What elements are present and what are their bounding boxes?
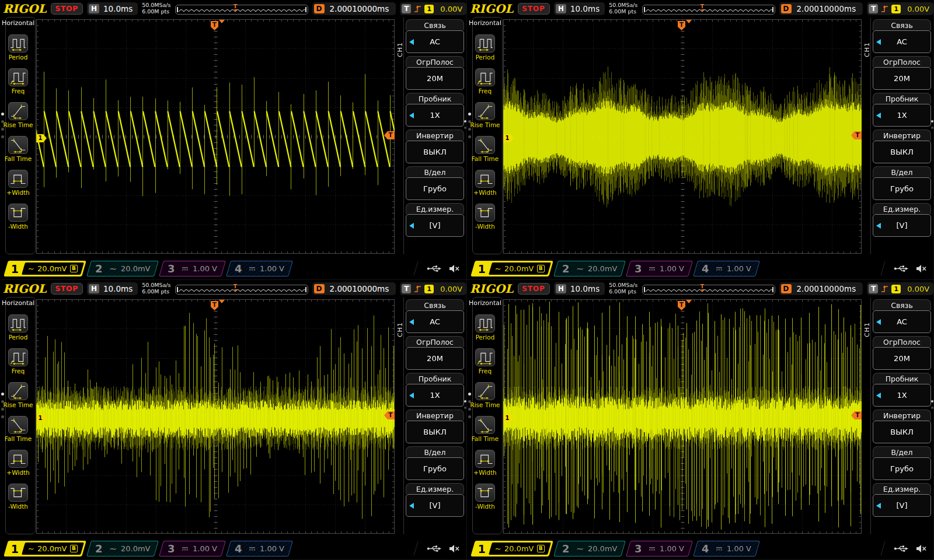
softkey-value-box[interactable]: 1X [406, 384, 464, 407]
softkey-value-box[interactable]: 20M [873, 347, 931, 370]
softkey-value-box[interactable]: [V] [873, 494, 931, 517]
horizontal-timebase-box[interactable]: H 10.0ms [554, 282, 605, 295]
softkey-bw-limit[interactable]: ОгрПолос 20M [406, 336, 464, 370]
channel3-status[interactable]: 3 1.00 V [626, 261, 692, 276]
measure-item-rise-time[interactable]: Rise Time [467, 382, 503, 408]
measure-item-period[interactable]: Period [0, 314, 36, 341]
horizontal-timebase-box[interactable]: H 10.0ms [87, 2, 138, 15]
softkey-probe[interactable]: Пробник 1X [406, 93, 464, 127]
trigger-box[interactable]: T 1 0.00V [867, 282, 933, 295]
softkey-value-box[interactable]: 20M [873, 67, 931, 90]
softkey-value-box[interactable]: [V] [406, 494, 464, 517]
measure-item-rise-time[interactable]: Rise Time [467, 102, 503, 128]
measure-item-pos-width[interactable]: +Width [0, 450, 36, 476]
softkey-coupling[interactable]: Связь AC [873, 19, 931, 53]
channel1-status[interactable]: 1 ~ 20.0mV B [4, 541, 86, 556]
measure-item-pos-width[interactable]: +Width [0, 170, 36, 196]
measure-item-rise-time[interactable]: Rise Time [0, 382, 36, 408]
softkey-value-box[interactable]: 1X [406, 104, 464, 127]
channel1-status[interactable]: 1 ~ 20.0mV B [4, 261, 86, 276]
measure-item-rise-time[interactable]: Rise Time [0, 102, 36, 128]
delay-box[interactable]: D 2.00010000ms [779, 2, 863, 15]
channel1-status[interactable]: 1 ~ 20.0mV B [471, 261, 553, 276]
channel2-status[interactable]: 2 ~ 20.0mV [86, 261, 159, 276]
softkey-unit[interactable]: Ед.измер. [V] [873, 203, 931, 237]
measure-item-neg-width[interactable]: -Width [467, 204, 503, 230]
channel2-status[interactable]: 2 ~ 20.0mV [553, 541, 626, 556]
measure-item-period[interactable]: Period [467, 34, 503, 61]
measure-item-freq[interactable]: Freq [0, 68, 36, 94]
softkey-volts-div[interactable]: В/дел Грубо [406, 166, 464, 200]
softkey-unit[interactable]: Ед.измер. [V] [406, 203, 464, 237]
channel3-status[interactable]: 3 1.00 V [159, 541, 225, 556]
measure-item-freq[interactable]: Freq [0, 348, 36, 374]
softkey-bw-limit[interactable]: ОгрПолос 20M [873, 336, 931, 370]
softkey-value-box[interactable]: AC [406, 310, 464, 333]
measure-item-fall-time[interactable]: Fall Time [467, 416, 503, 442]
measure-item-period[interactable]: Period [467, 314, 503, 341]
softkey-value-box[interactable]: 20M [406, 347, 464, 370]
channel4-status[interactable]: 4 1.00 V [693, 541, 759, 556]
softkey-coupling[interactable]: Связь AC [873, 299, 931, 333]
softkey-value-box[interactable]: ВЫКЛ [873, 421, 931, 443]
softkey-value-box[interactable]: Грубо [873, 177, 931, 200]
softkey-volts-div[interactable]: В/дел Грубо [406, 446, 464, 480]
softkey-probe[interactable]: Пробник 1X [873, 93, 931, 127]
measure-item-neg-width[interactable]: -Width [0, 484, 36, 510]
softkey-probe[interactable]: Пробник 1X [873, 373, 931, 407]
softkey-coupling[interactable]: Связь AC [406, 299, 464, 333]
softkey-bw-limit[interactable]: ОгрПолос 20M [406, 56, 464, 90]
softkey-invert[interactable]: Инвертир ВЫКЛ [406, 130, 464, 163]
softkey-value-box[interactable]: [V] [873, 214, 931, 237]
channel4-status[interactable]: 4 1.00 V [226, 541, 292, 556]
softkey-value-box[interactable]: Грубо [873, 457, 931, 480]
softkey-value-box[interactable]: 1X [873, 384, 931, 407]
softkey-value-box[interactable]: AC [873, 310, 931, 333]
measure-item-freq[interactable]: Freq [467, 68, 503, 94]
softkey-value-box[interactable]: Грубо [406, 457, 464, 480]
softkey-invert[interactable]: Инвертир ВЫКЛ [873, 130, 931, 163]
horizontal-timebase-box[interactable]: H 10.0ms [87, 282, 138, 295]
softkey-coupling[interactable]: Связь AC [406, 19, 464, 53]
measure-item-period[interactable]: Period [0, 34, 36, 61]
delay-box[interactable]: D 2.00010000ms [312, 2, 396, 15]
softkey-bw-limit[interactable]: ОгрПолос 20M [873, 56, 931, 90]
measure-item-neg-width[interactable]: -Width [0, 204, 36, 230]
measure-item-fall-time[interactable]: Fall Time [0, 416, 36, 442]
channel2-status[interactable]: 2 ~ 20.0mV [553, 261, 626, 276]
softkey-volts-div[interactable]: В/дел Грубо [873, 166, 931, 200]
softkey-value-box[interactable]: ВЫКЛ [406, 141, 464, 163]
softkey-probe[interactable]: Пробник 1X [406, 373, 464, 407]
softkey-unit[interactable]: Ед.измер. [V] [406, 483, 464, 517]
softkey-value-box[interactable]: [V] [406, 214, 464, 237]
channel4-status[interactable]: 4 1.00 V [693, 261, 759, 276]
softkey-value-box[interactable]: Грубо [406, 177, 464, 200]
channel1-status[interactable]: 1 ~ 20.0mV B [471, 541, 553, 556]
softkey-value-box[interactable]: 1X [873, 104, 931, 127]
trigger-box[interactable]: T 1 0.00V [867, 2, 933, 15]
channel2-status[interactable]: 2 ~ 20.0mV [86, 541, 159, 556]
softkey-value-box[interactable]: ВЫКЛ [873, 141, 931, 163]
measure-item-neg-width[interactable]: -Width [467, 484, 503, 510]
softkey-value-box[interactable]: AC [873, 30, 931, 53]
trigger-box[interactable]: T 1 0.00V [400, 2, 466, 15]
measure-item-pos-width[interactable]: +Width [467, 170, 503, 196]
measure-item-freq[interactable]: Freq [467, 348, 503, 374]
channel4-status[interactable]: 4 1.00 V [226, 261, 292, 276]
measure-item-pos-width[interactable]: +Width [467, 450, 503, 476]
softkey-unit[interactable]: Ед.измер. [V] [873, 483, 931, 517]
softkey-value-box[interactable]: AC [406, 30, 464, 53]
trigger-box[interactable]: T 1 0.00V [400, 282, 466, 295]
horizontal-timebase-box[interactable]: H 10.0ms [554, 2, 605, 15]
channel3-status[interactable]: 3 1.00 V [626, 541, 692, 556]
softkey-volts-div[interactable]: В/дел Грубо [873, 446, 931, 480]
softkey-invert[interactable]: Инвертир ВЫКЛ [873, 410, 931, 443]
measure-item-fall-time[interactable]: Fall Time [0, 136, 36, 162]
delay-box[interactable]: D 2.00010000ms [312, 282, 396, 295]
softkey-invert[interactable]: Инвертир ВЫКЛ [406, 410, 464, 443]
channel3-status[interactable]: 3 1.00 V [159, 261, 225, 276]
delay-box[interactable]: D 2.00010000ms [779, 282, 863, 295]
measure-item-fall-time[interactable]: Fall Time [467, 136, 503, 162]
softkey-value-box[interactable]: ВЫКЛ [406, 421, 464, 443]
softkey-value-box[interactable]: 20M [406, 67, 464, 90]
